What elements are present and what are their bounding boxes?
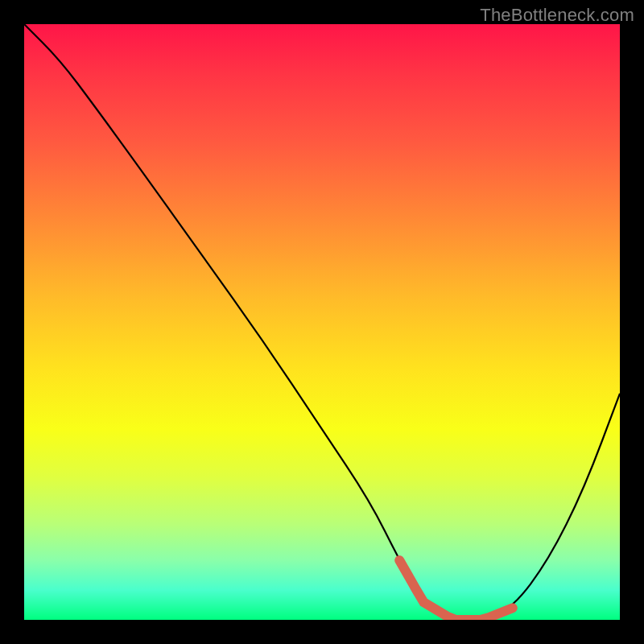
plot-area [24,24,620,620]
highlight-marker [399,560,513,620]
curve-layer [24,24,620,620]
watermark-text: TheBottleneck.com [480,5,634,26]
bottleneck-curve [24,24,620,620]
chart-container: TheBottleneck.com [0,0,644,644]
